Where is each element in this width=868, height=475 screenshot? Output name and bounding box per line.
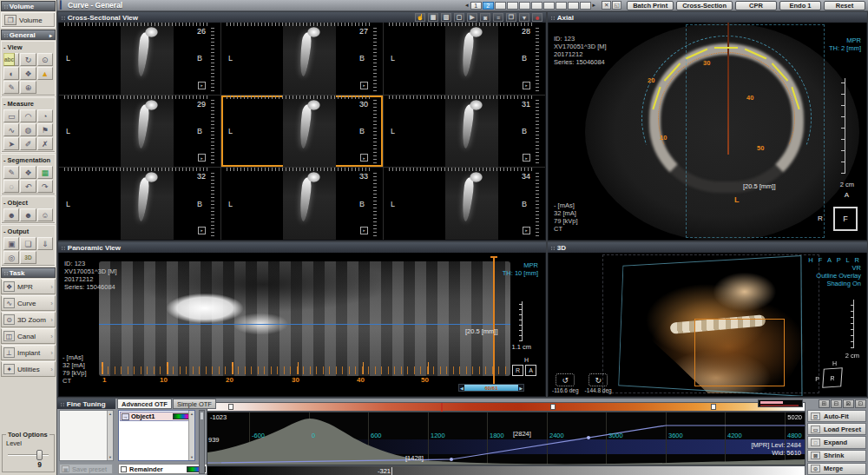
threed-export-icon[interactable]: 3D (20, 251, 36, 264)
record-icon[interactable]: ◙ (480, 13, 490, 22)
disc-icon[interactable]: ◎ (3, 251, 19, 264)
color-transfer-bar[interactable] (207, 402, 806, 412)
batch-print-button[interactable]: Batch Print (627, 1, 674, 10)
save-preset-button[interactable]: ▦Save preset (59, 464, 113, 474)
lasso-icon[interactable]: ◌ (3, 180, 19, 193)
export-icon[interactable]: ⇓ (37, 237, 53, 250)
object-item[interactable]: → Object1 (120, 412, 194, 421)
layers-icon[interactable]: ▦ (37, 166, 53, 179)
task-section-header[interactable]: ∷Task (1, 267, 56, 278)
expand-button[interactable]: □Expand (807, 436, 866, 448)
slice-cell-31[interactable]: LB31▸ (384, 96, 545, 168)
clip-box-orange[interactable] (694, 319, 785, 386)
task-item-3d-zoom[interactable]: ⊙3D Zoom› (1, 312, 56, 327)
shrink-button[interactable]: ⊠Shrink (807, 450, 866, 462)
task-item-canal[interactable]: ◫Canal› (1, 328, 56, 344)
list-scrollbar[interactable]: ▲▼ (107, 411, 113, 460)
task-item-curve[interactable]: ∿Curve› (1, 295, 56, 311)
slice-cell-34[interactable]: LB34▸ (384, 168, 545, 240)
view-tab-slot[interactable] (568, 2, 579, 10)
general-section-header[interactable]: ∷General▸ (1, 30, 56, 40)
skull-icon[interactable]: ☻ (3, 208, 19, 221)
overlay-grid-icon[interactable]: ▧ (441, 13, 451, 22)
tab-scroll-right-icon[interactable]: ▸ (592, 2, 597, 9)
window-level-icon[interactable]: ◐ (3, 67, 19, 80)
scroll-right-icon[interactable]: ▶ (518, 386, 523, 391)
view-tab-slot[interactable] (580, 2, 591, 10)
grayscale-bar[interactable]: -321 (207, 465, 806, 475)
panel-mini-icon-2[interactable]: ⊠ (843, 399, 854, 408)
panel-mini-icon-3[interactable]: ⊡ (855, 399, 866, 408)
task-item-mpr[interactable]: ❖MPR› (1, 279, 56, 294)
camera-capture-icon[interactable]: ▣ (3, 237, 19, 250)
axial-viewport[interactable]: ID: 123XV170051^3D [M]20171212Series: 15… (549, 23, 866, 240)
list-icon[interactable]: ≡ (493, 13, 503, 22)
endo-1-button[interactable]: Endo 1 (779, 1, 821, 10)
gradient-handle[interactable] (228, 404, 233, 410)
ruler-icon[interactable]: ▭ (3, 109, 19, 122)
cross-section-button[interactable]: Cross-Section (676, 1, 733, 10)
profile-graph-icon[interactable]: ∿ (3, 123, 19, 136)
merge-button[interactable]: ⊙Merge (807, 463, 866, 475)
list-scrollbar[interactable]: ▲▼ (188, 411, 194, 460)
slice-cell-26[interactable]: LB26▸ (59, 23, 220, 95)
sphere-grid-icon[interactable]: ◍ (20, 123, 36, 136)
view-tab-1[interactable]: 1 (470, 2, 482, 10)
slice-nav-icon[interactable]: ▸ (198, 227, 206, 234)
crop-region-outline[interactable] (686, 24, 825, 238)
view-tab-slot[interactable] (495, 2, 506, 10)
note-icon[interactable]: ✎ (3, 81, 19, 94)
redo-icon[interactable]: ↷ (37, 180, 53, 193)
cross-section-indicator-line[interactable] (727, 23, 729, 155)
target-icon[interactable]: ⊕ (20, 81, 36, 94)
expand-arrow-icon[interactable]: ▸ (49, 32, 52, 38)
segment-view-icon[interactable]: ❖ (20, 67, 36, 80)
copy-view-icon[interactable]: ❐ (506, 13, 516, 22)
histogram-plot[interactable]: -1023 939 5020 [1428] [2824] [MPR] Levl:… (207, 412, 806, 465)
puzzle-region-icon[interactable]: ❖ (20, 166, 36, 179)
slice-scrollbar[interactable]: ◀ 60/61 ▶ (458, 384, 524, 392)
slice-nav-icon[interactable]: ▸ (360, 82, 368, 89)
view-tab-slot[interactable] (519, 2, 530, 10)
panel-mini-icon-1[interactable]: ⊟ (831, 399, 842, 408)
slider-thumb[interactable] (36, 450, 43, 460)
dropdown-icon[interactable]: ▼ (519, 13, 529, 22)
slice-cell-28[interactable]: LB28▸ (384, 23, 545, 95)
close-icon[interactable]: ✕ (602, 1, 611, 10)
gradient-handle[interactable] (550, 404, 556, 410)
auto-fit-button[interactable]: ⊡Auto-Fit (807, 410, 866, 422)
object-visibility-icon[interactable]: → (122, 413, 129, 420)
slice-cell-29[interactable]: LB29▸ (59, 96, 220, 168)
overlay-warning-icon[interactable]: ▲ (37, 67, 53, 80)
slice-cell-33[interactable]: LB33▸ (221, 168, 383, 240)
delete-measure-icon[interactable]: ✗ (37, 137, 53, 150)
slice-nav-icon[interactable]: ▸ (360, 154, 368, 162)
slice-cell-27[interactable]: LB27▸ (221, 23, 383, 95)
restore-icon[interactable]: ◱ (612, 1, 621, 10)
three-d-viewport[interactable]: H F A P L R VR Outline Overlay Shading O… (549, 253, 866, 396)
object-list[interactable]: → Object1 ▲▼ (118, 410, 195, 461)
undo-icon[interactable]: ↶ (20, 180, 36, 193)
cpr-button[interactable]: CPR (735, 1, 777, 10)
tab-scroll-left-icon[interactable]: ◂ (464, 2, 470, 9)
user-icon[interactable]: ☻ (532, 13, 542, 22)
slice-nav-icon[interactable]: ▸ (523, 82, 530, 89)
remainder-checkbox[interactable]: Remainder (118, 464, 208, 474)
axial-level-line[interactable] (99, 324, 510, 325)
level-slider[interactable] (6, 450, 50, 460)
view-tab-slot[interactable] (531, 2, 542, 10)
blank-view-icon[interactable]: ▢ (454, 13, 464, 22)
layout-grid-icon[interactable]: ▦ (428, 13, 438, 22)
panel-mini-icon-0[interactable]: ⊞ (819, 399, 830, 408)
task-item-implant[interactable]: ⊥Implant› (1, 345, 56, 360)
eraser-icon[interactable]: ✐ (20, 137, 36, 150)
volume-section-header[interactable]: ∷Volume (1, 1, 56, 11)
task-item-utilities[interactable]: ✦Utilities› (1, 361, 56, 377)
bust-icon[interactable]: ☺ (37, 208, 53, 221)
slice-nav-icon[interactable]: ▸ (523, 154, 530, 162)
reset-button[interactable]: Reset (824, 1, 865, 10)
gradient-handle[interactable] (711, 404, 716, 410)
seed-pen-icon[interactable]: ✎ (3, 166, 19, 179)
checkbox-icon[interactable] (121, 466, 127, 472)
play-icon[interactable]: ▶ (467, 13, 477, 22)
